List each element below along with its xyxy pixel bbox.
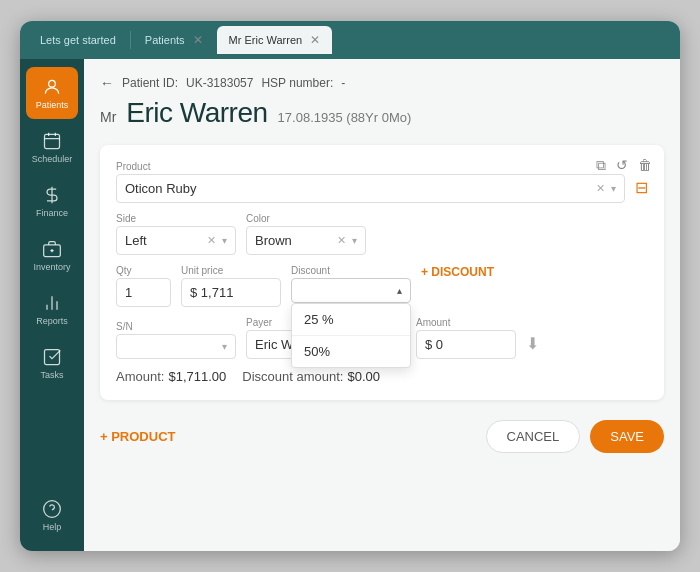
back-button[interactable]: ← (100, 75, 114, 91)
patient-dob: 17.08.1935 (88Yr 0Mo) (278, 110, 412, 125)
patient-name: Eric Warren (126, 97, 267, 129)
discount-amount-value: $0.00 (347, 369, 380, 384)
unit-price-field: Unit price $ 1,711 (181, 265, 281, 307)
unit-price-input[interactable]: $ 1,711 (181, 278, 281, 307)
side-label: Side (116, 213, 236, 224)
btn-group: CANCEL SAVE (486, 420, 664, 453)
hsp-label: HSP number: (261, 76, 333, 90)
color-field: Color Brown ✕ ▾ (246, 213, 366, 255)
sidebar-item-scheduler[interactable]: Scheduler (26, 121, 78, 173)
product-dropdown-arrow: ▾ (611, 183, 616, 194)
sidebar-item-finance[interactable]: Finance (26, 175, 78, 227)
product-row: Product Oticon Ruby ✕ ▾ ⊟ (116, 161, 648, 203)
discount-input[interactable]: ▴ (291, 278, 411, 303)
amount-field: Amount $ 0 (416, 317, 516, 359)
product-field: Product Oticon Ruby ✕ ▾ (116, 161, 625, 203)
sn-field: S/N ▾ (116, 321, 236, 359)
patient-prefix: Mr (100, 109, 116, 125)
discount-amount-label: Discount amount: (242, 369, 343, 384)
sidebar-item-help[interactable]: Help (26, 489, 78, 541)
sn-label: S/N (116, 321, 236, 332)
sn-dropdown-arrow: ▾ (222, 341, 227, 352)
copy-icon[interactable]: ⧉ (596, 157, 606, 174)
product-input[interactable]: Oticon Ruby ✕ ▾ (116, 174, 625, 203)
action-bar: + PRODUCT CANCEL SAVE (100, 416, 664, 453)
side-input[interactable]: Left ✕ ▾ (116, 226, 236, 255)
amount-label: Amount (416, 317, 516, 328)
delete-icon[interactable]: 🗑 (638, 157, 652, 174)
add-discount-button[interactable]: + DISCOUNT (421, 265, 494, 285)
sidebar-item-tasks[interactable]: Tasks (26, 337, 78, 389)
cancel-button[interactable]: CANCEL (486, 420, 581, 453)
device-frame: Lets get started Patients ✕ Mr Eric Warr… (20, 21, 680, 551)
amount-input[interactable]: $ 0 (416, 330, 516, 359)
main-area: Patients Scheduler Finance Inventory Rep… (20, 59, 680, 551)
product-label: Product (116, 161, 625, 172)
download-icon[interactable]: ⬇ (526, 334, 539, 359)
total-label: Amount: (116, 369, 164, 384)
qty-label: Qty (116, 265, 171, 276)
totals-row: Amount: $1,711.00 Discount amount: $0.00 (116, 369, 648, 384)
discount-dropdown: 25 % 50% (291, 303, 411, 368)
patient-id-bar: ← Patient ID: UK-3183057 HSP number: - (100, 75, 664, 91)
tab-lets-get-started[interactable]: Lets get started (28, 26, 128, 54)
browser-tab-bar: Lets get started Patients ✕ Mr Eric Warr… (20, 21, 680, 59)
sidebar-item-inventory[interactable]: Inventory (26, 229, 78, 281)
svg-point-12 (44, 500, 61, 517)
hsp-value: - (341, 76, 345, 90)
qty-input[interactable]: 1 (116, 278, 171, 307)
side-dropdown-arrow: ▾ (222, 235, 227, 246)
save-button[interactable]: SAVE (590, 420, 664, 453)
card-actions: ⧉ ↺ 🗑 (596, 157, 652, 174)
color-label: Color (246, 213, 366, 224)
patient-name-row: Mr Eric Warren 17.08.1935 (88Yr 0Mo) (100, 97, 664, 129)
sidebar: Patients Scheduler Finance Inventory Rep… (20, 59, 84, 551)
patient-id-value: UK-3183057 (186, 76, 253, 90)
qty-price-discount-row: Qty 1 Unit price $ 1,711 Discount (116, 265, 648, 307)
product-clear-icon[interactable]: ✕ (596, 182, 605, 195)
discount-dropdown-arrow: ▴ (397, 285, 402, 296)
svg-rect-11 (45, 349, 60, 364)
svg-point-0 (49, 80, 56, 87)
discount-option-50[interactable]: 50% (292, 336, 410, 367)
discount-field: Discount ▴ 25 % 50% (291, 265, 411, 303)
side-clear-icon[interactable]: ✕ (207, 234, 216, 247)
patient-id-label: Patient ID: (122, 76, 178, 90)
discount-label: Discount (291, 265, 411, 276)
undo-icon[interactable]: ↺ (616, 157, 628, 174)
side-field: Side Left ✕ ▾ (116, 213, 236, 255)
page-content: ← Patient ID: UK-3183057 HSP number: - M… (84, 59, 680, 551)
filter-icon[interactable]: ⊟ (635, 178, 648, 203)
tab-close-patients[interactable]: ✕ (193, 34, 203, 46)
unit-price-label: Unit price (181, 265, 281, 276)
tab-patients[interactable]: Patients ✕ (133, 26, 215, 54)
color-input[interactable]: Brown ✕ ▾ (246, 226, 366, 255)
discount-option-25[interactable]: 25 % (292, 304, 410, 336)
side-color-row: Side Left ✕ ▾ Color Brown (116, 213, 648, 255)
sidebar-item-reports[interactable]: Reports (26, 283, 78, 335)
sidebar-item-patients[interactable]: Patients (26, 67, 78, 119)
svg-rect-1 (45, 134, 60, 148)
tab-eric-warren[interactable]: Mr Eric Warren ✕ (217, 26, 333, 54)
color-clear-icon[interactable]: ✕ (337, 234, 346, 247)
add-product-button[interactable]: + PRODUCT (100, 429, 175, 444)
tab-separator-1 (130, 31, 131, 49)
total-value: $1,711.00 (168, 369, 226, 384)
product-card: ⧉ ↺ 🗑 Product Oticon Ruby ✕ ▾ (100, 145, 664, 400)
color-dropdown-arrow: ▾ (352, 235, 357, 246)
sn-input[interactable]: ▾ (116, 334, 236, 359)
qty-field: Qty 1 (116, 265, 171, 307)
tab-close-eric-warren[interactable]: ✕ (310, 34, 320, 46)
